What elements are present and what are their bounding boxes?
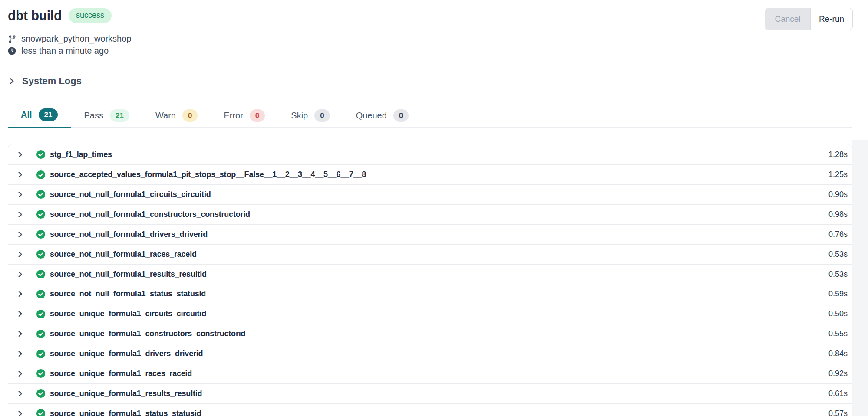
success-check-icon xyxy=(36,409,46,416)
tab-queued-label: Queued xyxy=(356,111,387,121)
status-tabs: All 21 Pass 21 Warn 0 Error 0 Skip 0 Que… xyxy=(8,104,852,128)
success-check-icon xyxy=(36,269,46,279)
result-duration: 1.28s xyxy=(828,150,848,159)
success-check-icon xyxy=(36,170,46,180)
branch-row: snowpark_python_workshop xyxy=(8,34,852,44)
result-name: source_unique_formula1_results_resultid xyxy=(50,389,202,398)
result-duration: 0.76s xyxy=(828,230,848,239)
tab-all[interactable]: All 21 xyxy=(8,104,71,128)
result-name: source_not_null_formula1_status_statusid xyxy=(50,289,206,298)
rerun-button[interactable]: Re-run xyxy=(810,8,852,30)
tab-skip-count-badge: 0 xyxy=(314,109,330,122)
result-name: source_not_null_formula1_races_raceid xyxy=(50,250,197,259)
result-name: source_unique_formula1_drivers_driverid xyxy=(50,349,203,358)
tab-skip-label: Skip xyxy=(291,111,308,121)
result-name: source_accepted_values_formula1_pit_stop… xyxy=(50,170,366,179)
result-row[interactable]: source_unique_formula1_status_statusid 0… xyxy=(8,403,852,416)
result-row[interactable]: source_unique_formula1_circuits_circuiti… xyxy=(8,304,852,324)
result-duration: 0.92s xyxy=(828,369,848,378)
tab-error[interactable]: Error 0 xyxy=(211,104,278,128)
run-header: dbt build success Cancel Re-run xyxy=(8,0,852,30)
expand-chevron-icon[interactable] xyxy=(15,150,25,159)
result-name: source_not_null_formula1_circuits_circui… xyxy=(50,190,211,199)
expand-chevron-icon[interactable] xyxy=(15,329,25,339)
result-row[interactable]: source_unique_formula1_drivers_driverid … xyxy=(8,344,852,364)
success-check-icon xyxy=(36,389,46,398)
run-actions: Cancel Re-run xyxy=(765,8,852,30)
result-row[interactable]: source_not_null_formula1_drivers_driveri… xyxy=(8,224,852,244)
result-name: source_unique_formula1_status_statusid xyxy=(50,409,201,416)
expand-chevron-icon[interactable] xyxy=(15,210,25,219)
success-check-icon xyxy=(36,229,46,239)
result-row[interactable]: source_not_null_formula1_circuits_circui… xyxy=(8,184,852,204)
chevron-right-icon xyxy=(8,77,16,85)
result-name: stg_f1_lap_times xyxy=(50,150,112,159)
success-check-icon xyxy=(36,329,46,339)
result-duration: 0.61s xyxy=(828,389,848,398)
results-list: stg_f1_lap_times 1.28s source_accepted_v… xyxy=(8,144,852,416)
scrollbar-track xyxy=(852,140,868,416)
result-duration: 0.84s xyxy=(828,349,848,358)
success-check-icon xyxy=(36,150,46,159)
result-name: source_not_null_formula1_constructors_co… xyxy=(50,210,250,219)
result-row[interactable]: source_unique_formula1_results_resultid … xyxy=(8,383,852,403)
tab-error-count-badge: 0 xyxy=(250,109,265,122)
expand-chevron-icon[interactable] xyxy=(15,389,25,398)
result-duration: 0.50s xyxy=(828,309,848,318)
result-name: source_unique_formula1_constructors_cons… xyxy=(50,329,245,338)
git-branch-icon xyxy=(8,35,17,43)
success-check-icon xyxy=(36,249,46,259)
success-check-icon xyxy=(36,190,46,199)
time-row: less than a minute ago xyxy=(8,46,852,56)
result-duration: 1.25s xyxy=(828,170,848,179)
success-check-icon xyxy=(36,289,46,299)
success-check-icon xyxy=(36,309,46,319)
time-ago: less than a minute ago xyxy=(21,46,109,56)
expand-chevron-icon[interactable] xyxy=(15,229,25,239)
system-logs-label: System Logs xyxy=(22,75,82,87)
result-row[interactable]: source_not_null_formula1_status_statusid… xyxy=(8,284,852,304)
result-name: source_not_null_formula1_drivers_driveri… xyxy=(50,230,208,239)
expand-chevron-icon[interactable] xyxy=(15,409,25,416)
clock-icon xyxy=(8,47,17,56)
result-row[interactable]: source_unique_formula1_races_raceid 0.92… xyxy=(8,364,852,383)
tab-all-count-badge: 21 xyxy=(39,108,58,121)
result-row[interactable]: source_unique_formula1_constructors_cons… xyxy=(8,324,852,344)
tab-pass-count-badge: 21 xyxy=(110,109,129,122)
tab-all-label: All xyxy=(21,110,32,120)
result-duration: 0.53s xyxy=(828,270,848,279)
expand-chevron-icon[interactable] xyxy=(15,170,25,180)
tab-warn-count-badge: 0 xyxy=(182,109,198,122)
result-name: source_unique_formula1_races_raceid xyxy=(50,369,192,378)
result-row[interactable]: stg_f1_lap_times 1.28s xyxy=(8,144,852,164)
result-duration: 0.59s xyxy=(828,289,848,298)
success-check-icon xyxy=(36,349,46,359)
expand-chevron-icon[interactable] xyxy=(15,309,25,319)
cancel-button[interactable]: Cancel xyxy=(765,8,810,30)
result-row[interactable]: source_not_null_formula1_constructors_co… xyxy=(8,204,852,224)
result-row[interactable]: source_not_null_formula1_races_raceid 0.… xyxy=(8,244,852,264)
expand-chevron-icon[interactable] xyxy=(15,249,25,259)
tab-warn[interactable]: Warn 0 xyxy=(142,104,211,128)
result-row[interactable]: source_accepted_values_formula1_pit_stop… xyxy=(8,164,852,184)
tab-pass[interactable]: Pass 21 xyxy=(71,104,142,128)
expand-chevron-icon[interactable] xyxy=(15,289,25,299)
success-check-icon xyxy=(36,369,46,378)
expand-chevron-icon[interactable] xyxy=(15,190,25,199)
tab-queued[interactable]: Queued 0 xyxy=(343,104,422,128)
page-title: dbt build xyxy=(8,8,62,23)
expand-chevron-icon[interactable] xyxy=(15,269,25,279)
tab-error-label: Error xyxy=(224,111,243,121)
result-row[interactable]: source_not_null_formula1_results_resulti… xyxy=(8,264,852,284)
result-duration: 0.53s xyxy=(828,250,848,259)
expand-chevron-icon[interactable] xyxy=(15,369,25,378)
tab-warn-label: Warn xyxy=(155,111,176,121)
system-logs-toggle[interactable]: System Logs xyxy=(8,75,82,87)
tab-skip[interactable]: Skip 0 xyxy=(278,104,343,128)
result-name: source_unique_formula1_circuits_circuiti… xyxy=(50,309,206,318)
success-check-icon xyxy=(36,210,46,219)
result-duration: 0.57s xyxy=(828,409,848,416)
expand-chevron-icon[interactable] xyxy=(15,349,25,359)
status-badge: success xyxy=(69,8,112,23)
tab-pass-label: Pass xyxy=(84,111,103,121)
